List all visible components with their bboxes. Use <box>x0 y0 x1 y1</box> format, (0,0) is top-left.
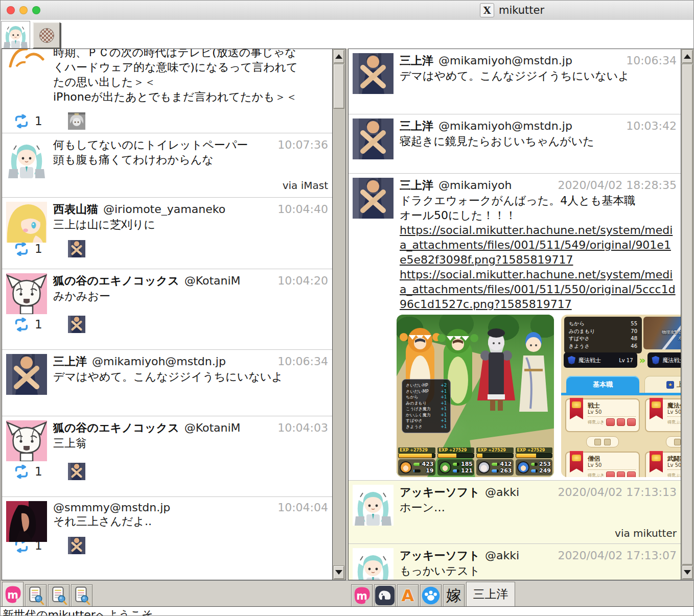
scroll-down-button[interactable] <box>682 565 693 579</box>
post-via[interactable]: via iMast <box>53 179 328 192</box>
party-member-panel: EXP +27529 423 19 <box>398 447 435 476</box>
timeline-post[interactable]: @smmmy@mstdn.jp 10:04:04 それ三上さんだよ.. 1 <box>2 497 332 564</box>
post-text: くハードウェア的な意味で)になるって言われて <box>53 60 328 75</box>
job-banner-text: 物理攻撃と補助呪文で戦いを支えるオールラウンダー <box>659 330 681 341</box>
retweet-row: 1 <box>13 112 328 130</box>
post-via[interactable]: via mikutter <box>400 527 677 539</box>
right-scrollbar[interactable] <box>681 49 694 580</box>
tab-yome[interactable]: 嫁 <box>443 584 465 606</box>
screen-name[interactable]: @mikamiyoh <box>438 179 512 192</box>
screen-name[interactable]: @KotaniM <box>184 274 241 287</box>
tab-advanced-jobs[interactable]: ★上級職 <box>644 376 681 393</box>
minimize-window-button[interactable] <box>19 6 28 14</box>
left-timeline[interactable]: 時期、ＰＣの次の時代はテレビ(放送の事じゃな くハードウェア的な意味で)になるっ… <box>2 49 333 580</box>
avatar[interactable] <box>6 137 47 178</box>
job-ribbon-icon <box>570 398 583 419</box>
user-name[interactable]: 三上洋 <box>400 178 433 193</box>
screen-name[interactable]: @mikamiyoh@mstdn.jp <box>438 120 572 132</box>
tab-extract-timeline-2[interactable] <box>48 584 70 606</box>
retweet-icon[interactable] <box>13 465 30 479</box>
tab-loading-avatar[interactable] <box>33 22 60 49</box>
tab-miku-avatar[interactable] <box>1 21 30 49</box>
screen-name[interactable]: @akki <box>485 549 519 562</box>
right-timeline[interactable]: 三上洋 @mikamiyoh@mstdn.jp 10:06:34 デマはやめて。… <box>348 49 681 580</box>
retweeter-avatar[interactable] <box>68 537 85 554</box>
job-detail-button[interactable] <box>666 436 681 447</box>
tab-mastodon[interactable] <box>351 584 373 606</box>
timeline-post[interactable]: 三上洋 @mikamiyoh 2020/04/02 18:28:35 ドラクエウ… <box>349 174 681 481</box>
retweet-icon[interactable] <box>13 318 30 331</box>
avatar[interactable] <box>353 548 394 580</box>
left-scrollbar[interactable] <box>333 49 346 580</box>
retweeter-avatar[interactable] <box>68 463 85 480</box>
screen-name[interactable]: @KotaniM <box>184 421 241 434</box>
retweeter-avatar[interactable] <box>68 316 85 333</box>
scroll-down-button[interactable] <box>333 565 344 579</box>
compose-bar[interactable]: 新世代のmikutterへようこそ <box>1 606 694 616</box>
user-name[interactable]: アッキーソフト <box>400 548 480 563</box>
avatar[interactable] <box>353 119 394 159</box>
retweet-icon[interactable] <box>13 242 30 256</box>
retweet-icon[interactable] <box>13 114 30 128</box>
avatar[interactable] <box>353 53 394 94</box>
scroll-up-button[interactable] <box>333 50 344 63</box>
timeline-post[interactable]: 狐の谷のエキノコックス @KotaniM 10:04:20 みかみおー 1 <box>2 269 332 350</box>
avatar[interactable] <box>6 354 47 395</box>
media-link[interactable]: https://social.mikutter.hachune.net/syst… <box>400 223 677 267</box>
user-name[interactable]: アッキーソフト <box>400 485 480 500</box>
screen-name[interactable]: @smmmy@mstdn.jp <box>53 501 170 514</box>
titlebar[interactable]: X mikutter <box>1 1 693 20</box>
avatar[interactable] <box>6 273 47 314</box>
timeline-post[interactable]: 時期、ＰＣの次の時代はテレビ(放送の事じゃな くハードウェア的な意味で)になるっ… <box>2 49 332 133</box>
user-name[interactable]: 三上洋 <box>53 354 87 369</box>
avatar[interactable] <box>353 178 394 219</box>
user-name[interactable]: 西表山猫 <box>53 202 98 217</box>
job-card[interactable]: 僧侶 Lv 50 得意ぶき <box>565 452 640 477</box>
job-card[interactable]: 武闘家 Lv 50 得意ぶき <box>645 452 681 477</box>
retweeter-avatar[interactable] <box>68 240 85 257</box>
avatar[interactable] <box>353 485 394 526</box>
user-name[interactable]: 狐の谷のエキノコックス <box>53 420 179 436</box>
job-detail-button[interactable] <box>586 436 619 447</box>
tab-paw[interactable] <box>420 584 442 606</box>
timeline-post[interactable]: 三上洋 @mikamiyoh@mstdn.jp 10:06:34 デマはやめて。… <box>349 49 681 114</box>
post-text: もっかいテスト <box>400 563 677 578</box>
job-card-grid: 戦士 Lv 50 得意ぶき 魔法使い Lv 50 得意ぶき <box>565 398 681 475</box>
avatar[interactable] <box>6 420 47 461</box>
tab-basic-jobs[interactable]: 基本職 <box>566 376 639 393</box>
scroll-up-button[interactable] <box>682 50 693 63</box>
user-name[interactable]: 三上洋 <box>400 53 433 68</box>
tab-mastodon-home[interactable] <box>2 582 24 606</box>
screen-name[interactable]: @iriomote_yamaneko <box>103 203 225 216</box>
job-card[interactable]: 戦士 Lv 50 得意ぶき <box>565 398 640 432</box>
zoom-window-button[interactable] <box>32 6 40 14</box>
media-link[interactable]: https://social.mikutter.hachune.net/syst… <box>400 267 677 312</box>
attachment-game-menu-image[interactable]: ちから55 みのまもり70 すばやさ48 きようさ46 物理攻撃と補助呪文で戦い… <box>561 315 681 477</box>
user-name[interactable]: 三上洋 <box>400 119 433 134</box>
timeline-post[interactable]: アッキーソフト @akki 2020/04/02 17:13:07 もっかいテス… <box>349 544 681 580</box>
tab-elephant[interactable] <box>374 584 396 606</box>
avatar[interactable] <box>6 49 47 67</box>
retweeter-avatar[interactable] <box>68 112 85 130</box>
screen-name[interactable]: @mikamiyoh@mstdn.jp <box>92 355 226 368</box>
tab-extract-timeline-1[interactable] <box>25 584 47 606</box>
user-name[interactable]: 狐の谷のエキノコックス <box>53 273 179 289</box>
tab-extract-timeline-3[interactable] <box>71 584 92 606</box>
screen-name[interactable]: @akki <box>485 486 519 499</box>
scrollbar-thumb[interactable] <box>682 64 693 565</box>
timeline-post[interactable]: 狐の谷のエキノコックス @KotaniM 10:04:03 三上翁 1 <box>2 416 332 497</box>
avatar[interactable] <box>6 501 47 542</box>
tab-mikamiyoh-selected[interactable]: 三上洋 <box>466 582 515 606</box>
timeline-post[interactable]: 西表山猫 @iriomote_yamaneko 10:04:40 三上は山に芝刈… <box>2 198 332 269</box>
job-card[interactable]: 魔法使い Lv 50 得意ぶき <box>645 398 681 432</box>
timeline-post[interactable]: 三上洋 @mikamiyoh@mstdn.jp 10:06:34 デマはやめて。… <box>2 350 332 416</box>
avatar[interactable] <box>6 202 47 243</box>
attachment-game-scene-image[interactable]: さいだいHP+2 さいだいMP+1 ちから+1 みのまもり+1 こうげき魔力+1… <box>397 315 554 477</box>
close-window-button[interactable] <box>7 6 15 14</box>
timeline-post[interactable]: アッキーソフト @akki 2020/04/02 17:13:13 ホーン… v… <box>349 481 681 544</box>
timeline-post[interactable]: 何もしてないのにトイレットペーパー 10:07:36 頭も腹も痛くてわけわからん… <box>2 133 332 198</box>
scrollbar-thumb[interactable] <box>333 64 344 109</box>
tab-letter-a[interactable]: A <box>397 584 419 606</box>
timeline-post[interactable]: 三上洋 @mikamiyoh@mstdn.jp 10:03:42 寝起きに鏡見た… <box>349 114 681 174</box>
screen-name[interactable]: @mikamiyoh@mstdn.jp <box>438 54 572 67</box>
